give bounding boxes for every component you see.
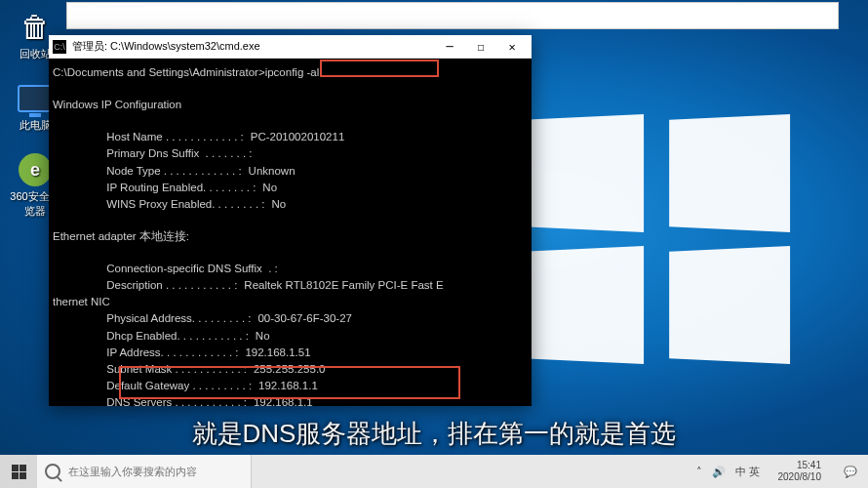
taskbar[interactable]: ˄ 🔊 中 英 15:41 2020/8/10 💬 bbox=[0, 455, 868, 488]
ip-address: 192.168.1.51 bbox=[245, 346, 310, 358]
system-tray[interactable]: ˄ 🔊 中 英 15:41 2020/8/10 💬 bbox=[690, 455, 868, 488]
cmd-window[interactable]: C:\ 管理员: C:\Windows\system32\cmd.exe ─ ☐… bbox=[49, 35, 532, 406]
prompt: C:\Documents and Settings\Administrator> bbox=[53, 66, 265, 78]
close-button[interactable]: ✕ bbox=[496, 36, 528, 58]
gateway: 192.168.1.1 bbox=[258, 380, 318, 391]
desktop: 🗑 回收站 此电脑 e 360安全浏览器 C:\ 管理员: C:\Windows… bbox=[0, 0, 868, 488]
minimize-button[interactable]: ─ bbox=[434, 36, 465, 58]
tray-chevron-icon[interactable]: ˄ bbox=[696, 466, 702, 478]
windows-logo-wallpaper bbox=[517, 117, 790, 361]
video-subtitle: 就是DNS服务器地址，排在第一的就是首选 bbox=[0, 417, 868, 451]
search-input[interactable] bbox=[68, 466, 243, 477]
node-type: Unknown bbox=[249, 165, 296, 177]
subnet-mask: 255.255.255.0 bbox=[254, 363, 326, 375]
windows-start-icon bbox=[12, 465, 26, 479]
taskbar-search[interactable] bbox=[37, 455, 252, 488]
cmd-titlebar[interactable]: C:\ 管理员: C:\Windows\system32\cmd.exe ─ ☐… bbox=[49, 35, 532, 59]
tray-volume-icon[interactable]: 🔊 bbox=[712, 466, 726, 478]
terminal-body[interactable]: C:\Documents and Settings\Administrator>… bbox=[49, 59, 532, 406]
recycle-bin-label: 回收站 bbox=[20, 47, 52, 61]
mac-address: 00-30-67-6F-30-27 bbox=[257, 312, 352, 324]
taskbar-clock[interactable]: 15:41 2020/8/10 bbox=[770, 460, 830, 483]
dns-server-1: 192.168.1.1 bbox=[254, 396, 313, 406]
cmd-icon: C:\ bbox=[53, 40, 66, 54]
maximize-button[interactable]: ☐ bbox=[465, 36, 496, 58]
section2: Ethernet adapter 本地连接: bbox=[53, 230, 189, 242]
search-icon bbox=[45, 464, 60, 479]
command: ipconfig -all bbox=[265, 66, 322, 78]
host-name: PC-201002010211 bbox=[251, 131, 345, 142]
start-button[interactable] bbox=[0, 455, 37, 488]
tray-ime[interactable]: 中 英 bbox=[735, 465, 760, 479]
nic-description: Realtek RTL8102E Family PCI-E Fast E bbox=[244, 279, 443, 291]
clock-date: 2020/8/10 bbox=[778, 471, 822, 483]
this-pc-label: 此电脑 bbox=[20, 118, 52, 133]
section1: Windows IP Configuration bbox=[53, 99, 181, 110]
cmd-title: 管理员: C:\Windows\system32\cmd.exe bbox=[72, 39, 434, 54]
highlight-command bbox=[320, 60, 439, 77]
clock-time: 15:41 bbox=[778, 460, 822, 471]
browser-address-bar bbox=[66, 2, 839, 29]
notification-icon[interactable]: 💬 bbox=[839, 455, 862, 488]
